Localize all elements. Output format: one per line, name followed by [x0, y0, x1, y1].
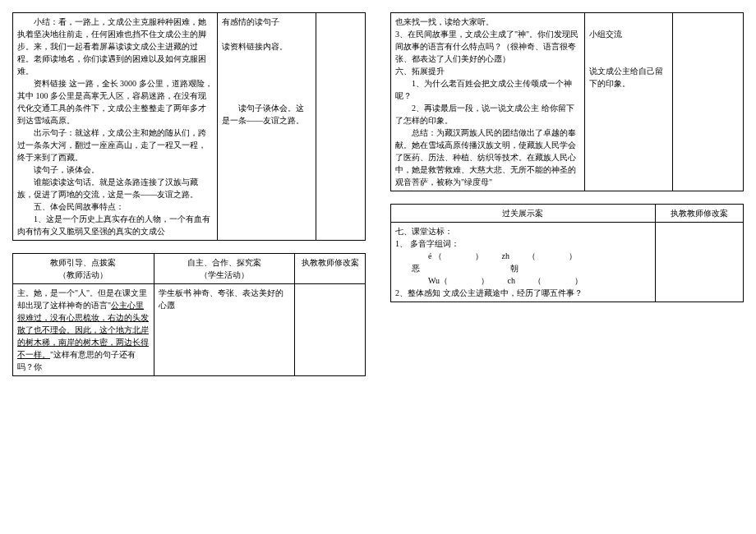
bottom-right-table: 过关展示案 执教教师修改案 七、课堂达标： 1、 多音字组词： é （ ） zh… — [390, 204, 744, 302]
top-left-cell-3 — [316, 13, 365, 241]
right-column: 也来找一找，读给大家听。 3、在民间故事里，文成公主成了"神"。你们发现民间故事… — [390, 12, 744, 376]
bl-header-3: 执教教师修改案 — [295, 254, 366, 284]
top-right-text-1: 也来找一找，读给大家听。 3、在民间故事里，文成公主成了"神"。你们发现民间故事… — [395, 16, 580, 188]
bl-header-2: 自主、合作、探究案 （学生活动） — [154, 254, 295, 284]
br-cell-2 — [655, 223, 743, 302]
br-cell-1: 七、课堂达标： 1、 多音字组词： é （ ） zh （ ） 恶 朝 Wu（ ）… — [391, 223, 656, 302]
br-header-2-text: 执教教师修改案 — [660, 207, 739, 219]
bl-header-2-text: 自主、合作、探究案 （学生活动） — [159, 256, 291, 281]
top-right-table: 也来找一找，读给大家听。 3、在民间故事里，文成公主成了"神"。你们发现民间故事… — [390, 12, 744, 191]
bl-cell-3 — [295, 284, 366, 376]
page-container: 小结：看，一路上，文成公主克服种种困难，她执着坚决地往前走，任何困难也挡不住文成… — [12, 12, 744, 376]
bl-cell-1: 主。她，是一个"人"。但是在课文里却出现了这样神奇的语言"公主心里很难过，没有心… — [13, 284, 154, 376]
br-header-2: 执教教师修改案 — [655, 205, 743, 223]
top-right-cell-2: 小组交流 说文成公主给自己留下的印象。 — [584, 13, 672, 191]
left-column: 小结：看，一路上，文成公主克服种种困难，她执着坚决地往前走，任何困难也挡不住文成… — [12, 12, 366, 376]
bl-text-2: 学生板书 神奇、夸张、表达美好的心愿 — [159, 287, 291, 311]
top-left-table: 小结：看，一路上，文成公主克服种种困难，她执着坚决地往前走，任何困难也挡不住文成… — [12, 12, 366, 241]
top-left-cell-2: 有感情的读句子 读资料链接内容。 读句子谈体会。这是一条——友谊之路。 — [217, 13, 316, 241]
bl-header-1-text: 教师引导、点拨案 （教师活动） — [17, 256, 150, 281]
bl-header-1: 教师引导、点拨案 （教师活动） — [13, 254, 154, 284]
top-right-cell-3 — [673, 13, 744, 191]
top-right-text-2: 小组交流 说文成公主给自己留下的印象。 — [589, 16, 668, 90]
br-header-1-text: 过关展示案 — [395, 207, 651, 219]
bl-cell-2: 学生板书 神奇、夸张、表达美好的心愿 — [154, 284, 295, 376]
bl-header-3-text: 执教教师修改案 — [299, 256, 361, 269]
br-header-1: 过关展示案 — [391, 205, 656, 223]
top-left-text-1: 小结：看，一路上，文成公主克服种种困难，她执着坚决地往前走，任何困难也挡不住文成… — [17, 16, 213, 237]
top-right-cell-1: 也来找一找，读给大家听。 3、在民间故事里，文成公主成了"神"。你们发现民间故事… — [391, 13, 585, 191]
top-left-text-2: 有感情的读句子 读资料链接内容。 读句子谈体会。这是一条——友谊之路。 — [222, 16, 311, 127]
top-left-cell-1: 小结：看，一路上，文成公主克服种种困难，她执着坚决地往前走，任何困难也挡不住文成… — [13, 13, 218, 241]
br-text-1: 七、课堂达标： 1、 多音字组词： é （ ） zh （ ） 恶 朝 Wu（ ）… — [395, 225, 651, 299]
bottom-left-table: 教师引导、点拨案 （教师活动） 自主、合作、探究案 （学生活动） 执教教师修改案… — [12, 253, 366, 376]
